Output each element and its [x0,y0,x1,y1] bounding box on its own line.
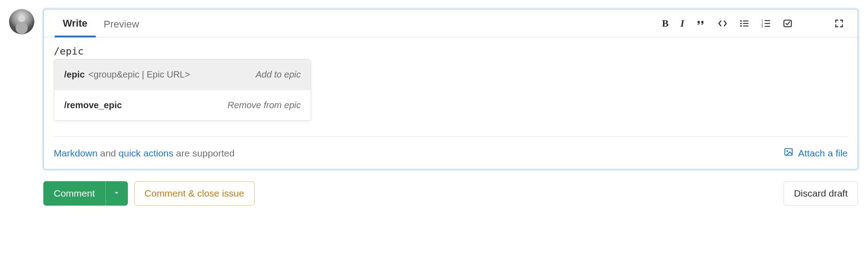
action-bar: Comment Comment & close issue Discard dr… [9,181,858,206]
comment-dropdown-button[interactable] [105,181,128,206]
autocomplete-cmd: /remove_epic [64,100,122,110]
autocomplete-cmd: /epic [64,69,85,80]
autocomplete-item-remove-epic[interactable]: /remove_epic Remove from epic [54,90,311,120]
markdown-link[interactable]: Markdown [54,148,98,158]
svg-rect-9 [765,20,770,21]
svg-rect-5 [743,25,748,26]
svg-rect-3 [743,20,748,21]
svg-point-2 [740,25,742,27]
image-icon [784,147,793,159]
autocomplete-item-epic[interactable]: /epic <group&epic | Epic URL> Add to epi… [54,60,311,90]
bold-icon[interactable]: B [662,18,669,29]
editor-hint: Markdown and quick actions are supported [54,148,234,159]
chevron-down-icon [113,188,120,199]
svg-point-14 [787,150,789,152]
editor-text: /epic [54,46,84,57]
svg-point-0 [740,20,742,22]
comment-button[interactable]: Comment [43,181,105,206]
comment-button-group: Comment [43,181,128,206]
tab-preview[interactable]: Preview [96,10,147,37]
bulleted-list-icon[interactable] [739,18,749,28]
svg-rect-4 [743,23,748,24]
editor-toolbar: B I 123 [662,18,849,29]
numbered-list-icon[interactable]: 123 [761,18,771,28]
svg-rect-11 [765,26,770,27]
attach-label: Attach a file [798,148,848,159]
comment-textarea[interactable]: /epic /epic <group&epic | Epic URL> Add … [44,37,858,69]
tab-write[interactable]: Write [55,9,96,37]
hint-and: and [98,148,119,158]
blockquote-icon[interactable] [696,18,706,28]
editor-footer: Markdown and quick actions are supported… [53,137,849,169]
attach-file-button[interactable]: Attach a file [784,147,848,159]
autocomplete-desc: Remove from epic [228,100,301,110]
italic-icon[interactable]: I [680,18,684,29]
svg-rect-13 [785,149,793,156]
code-icon[interactable] [718,18,728,28]
svg-rect-10 [765,23,770,24]
fullscreen-icon[interactable] [834,18,844,28]
task-list-icon[interactable] [783,18,793,28]
svg-rect-12 [784,20,792,27]
hint-supported: are supported [173,148,234,158]
autocomplete-popover: /epic <group&epic | Epic URL> Add to epi… [54,59,311,121]
comment-and-close-button[interactable]: Comment & close issue [134,181,255,206]
comment-editor: Write Preview B I 123 [43,9,858,170]
svg-point-1 [740,23,742,24]
avatar[interactable] [9,9,34,34]
svg-text:3: 3 [761,25,763,28]
autocomplete-desc: Add to epic [256,69,301,80]
editor-tabs: Write Preview B I 123 [44,9,858,37]
quick-actions-link[interactable]: quick actions [119,148,173,158]
discard-draft-button[interactable]: Discard draft [784,181,858,206]
autocomplete-params: <group&epic | Epic URL> [89,69,190,80]
